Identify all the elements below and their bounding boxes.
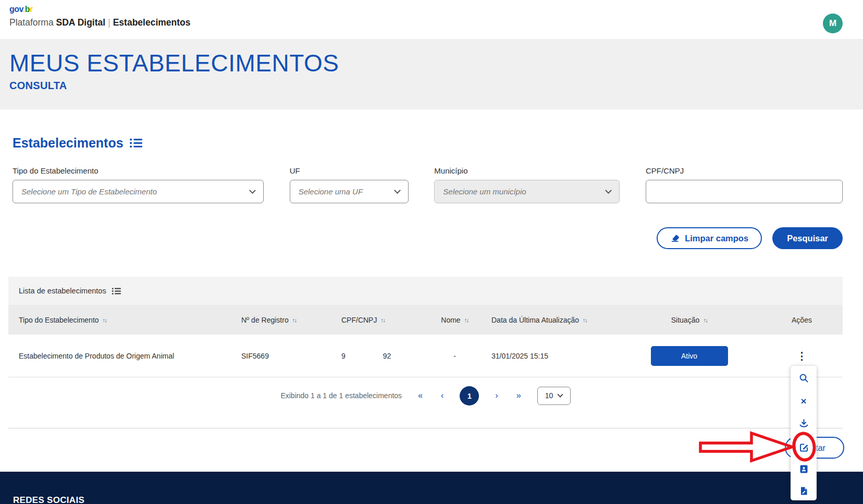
logo-part-b: b	[25, 5, 30, 14]
download-icon	[799, 419, 809, 428]
page-subtitle: CONSULTA	[9, 80, 843, 92]
cell-acoes: ⋮	[761, 349, 843, 363]
app-title-prefix: Plataforma	[9, 17, 54, 28]
field-uf: UF Selecione uma UF	[290, 166, 409, 203]
app-title: Plataforma SDA Digital|Estabelecimentos	[9, 17, 191, 28]
field-cpf-cnpj: CPF/CNPJ	[646, 166, 843, 203]
uf-label: UF	[290, 166, 409, 175]
social-networks-heading: REDES SOCIAIS	[13, 495, 863, 504]
page-title: MEUS ESTABELECIMENTOS	[9, 49, 843, 77]
cell-situacao: Ativo	[618, 346, 761, 366]
column-header-tipo[interactable]: Tipo do Estabelecimento↑↓	[19, 316, 107, 324]
field-municipio: Município Selecione um município	[434, 166, 620, 203]
cell-cpf: 9 92	[328, 352, 422, 360]
field-tipo-estabelecimento: Tipo do Estabelecimento Selecione um Tip…	[13, 166, 264, 203]
list-icon	[112, 287, 121, 295]
cell-tipo: Estabelecimento de Produtos de Origem An…	[8, 352, 237, 360]
tipo-placeholder: Selecione um Tipo de Estabelecimento	[21, 187, 157, 196]
pagination-prev-button[interactable]: ‹	[439, 390, 446, 401]
page: gov.br Plataforma SDA Digital|Estabeleci…	[0, 0, 863, 504]
app-title-divider: |	[105, 17, 113, 28]
cell-registro: SIF5669	[237, 352, 328, 360]
municipio-select[interactable]: Selecione um município	[434, 180, 620, 203]
clear-fields-label: Limpar campos	[685, 233, 748, 243]
logo-part-gov: gov	[9, 5, 23, 14]
cell-nome: -	[422, 352, 487, 360]
cpf-masked-first: 9	[341, 352, 346, 360]
app-title-name: SDA Digital	[56, 17, 106, 28]
filter-form: Tipo do Estabelecimento Selecione um Tip…	[13, 166, 843, 203]
search-button-label: Pesquisar	[787, 233, 828, 243]
kebab-menu-icon[interactable]: ⋮	[792, 349, 812, 363]
column-header-nome[interactable]: Nome↑↓	[441, 316, 468, 324]
list-titlebar: Lista de estabelecimentos	[8, 277, 843, 305]
list-title: Lista de estabelecimentos	[19, 287, 106, 295]
sort-icon: ↑↓	[103, 317, 107, 323]
page-footer: REDES SOCIAIS	[0, 472, 863, 504]
section-heading-label: Estabelecimentos	[13, 136, 124, 151]
sort-icon: ↑↓	[292, 317, 297, 323]
table-header-row: Tipo do Estabelecimento↑↓ Nº de Registro…	[8, 305, 843, 335]
chevron-down-icon	[605, 187, 612, 194]
column-header-acoes: Ações	[792, 316, 812, 324]
tipo-label: Tipo do Estabelecimento	[13, 166, 264, 175]
list-icon	[129, 138, 142, 149]
sort-icon: ↑↓	[464, 317, 469, 323]
action-view-details[interactable]	[791, 369, 817, 387]
uf-select[interactable]: Selecione uma UF	[290, 180, 409, 203]
action-deactivate[interactable]: ×	[791, 392, 817, 410]
hero-band: MEUS ESTABELECIMENTOS CONSULTA	[0, 40, 863, 109]
uf-placeholder: Selecione uma UF	[299, 187, 363, 196]
form-actions: Limpar campos Pesquisar	[8, 227, 843, 249]
logo-part-r: r	[30, 5, 33, 14]
results-card: Lista de estabelecimentos Tipo do Estabe…	[8, 277, 843, 428]
cpf-masked-last: 92	[383, 352, 391, 360]
pagination-last-button[interactable]: »	[514, 390, 523, 401]
search-icon	[799, 373, 809, 383]
column-header-atualizacao[interactable]: Data da Última Atualização↑↓	[491, 316, 587, 324]
eraser-icon	[670, 233, 680, 243]
pagination-current-page[interactable]: 1	[460, 386, 479, 405]
status-badge: Ativo	[651, 346, 728, 366]
pagination: Exibindo 1 a 1 de 1 estabelecimentos « ‹…	[8, 377, 843, 414]
cell-atualizacao: 31/01/2025 15:15	[487, 352, 618, 360]
document-edit-icon	[799, 486, 808, 496]
municipio-placeholder: Selecione um município	[443, 187, 526, 196]
pagination-next-button[interactable]: ›	[493, 390, 500, 401]
annotation-arrow	[697, 431, 797, 464]
actions-dropdown: ×	[791, 366, 817, 500]
municipio-label: Município	[434, 166, 620, 175]
main-content: Estabelecimentos Tipo do Estabelecimento…	[0, 136, 863, 428]
sort-icon: ↑↓	[380, 317, 385, 323]
action-document-edit[interactable]	[791, 482, 817, 500]
action-download[interactable]	[791, 414, 817, 432]
app-title-context: Estabelecimentos	[113, 17, 191, 28]
page-size-value: 10	[545, 391, 553, 400]
top-header: gov.br Plataforma SDA Digital|Estabeleci…	[0, 0, 863, 40]
tipo-select[interactable]: Selecione um Tipo de Estabelecimento	[13, 180, 264, 203]
section-heading: Estabelecimentos	[13, 136, 843, 151]
edit-icon	[799, 442, 809, 452]
chevron-down-icon	[394, 187, 401, 194]
chevron-down-icon	[558, 391, 563, 397]
action-edit[interactable]	[791, 438, 817, 456]
column-header-situacao[interactable]: Situação↑↓	[671, 316, 707, 324]
close-icon: ×	[800, 396, 806, 407]
cpf-label: CPF/CNPJ	[646, 166, 843, 175]
contact-card-icon	[799, 464, 808, 474]
sort-icon: ↑↓	[583, 317, 587, 323]
column-header-registro[interactable]: Nº de Registro↑↓	[241, 316, 297, 324]
table-row: Estabelecimento de Produtos de Origem An…	[8, 335, 843, 377]
action-contact-card[interactable]	[791, 460, 817, 478]
clear-fields-button[interactable]: Limpar campos	[657, 227, 762, 249]
page-size-select[interactable]: 10	[537, 387, 571, 405]
search-button[interactable]: Pesquisar	[772, 227, 843, 249]
user-avatar[interactable]: M	[823, 14, 843, 33]
pagination-summary: Exibindo 1 a 1 de 1 estabelecimentos	[280, 391, 402, 400]
govbr-logo[interactable]: gov.br	[9, 5, 33, 14]
column-header-cpf[interactable]: CPF/CNPJ↑↓	[341, 316, 385, 324]
sort-icon: ↑↓	[703, 317, 707, 323]
cpf-input[interactable]	[646, 180, 843, 203]
pagination-first-button[interactable]: «	[416, 390, 425, 401]
chevron-down-icon	[249, 187, 256, 194]
